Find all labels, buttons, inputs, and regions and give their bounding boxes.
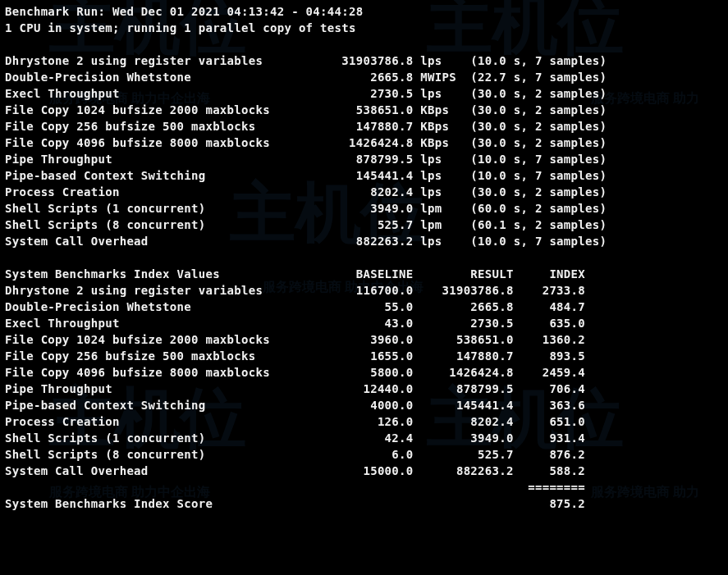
terminal-output: Benchmark Run: Wed Dec 01 2021 04:13:42 … [0, 0, 728, 512]
